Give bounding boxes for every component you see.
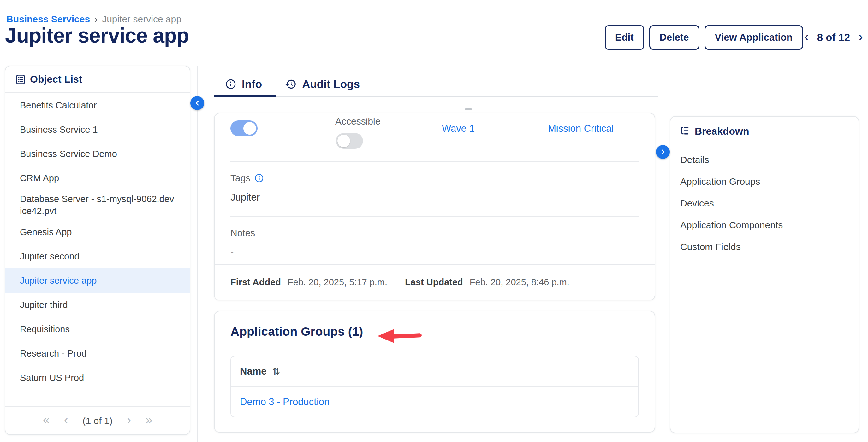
list-item[interactable]: Research - Prod bbox=[5, 341, 190, 365]
application-groups-card: Application Groups (1) Name ⇅ Demo 3 - P… bbox=[214, 311, 655, 433]
list-item[interactable]: Business Service 1 bbox=[5, 117, 190, 141]
pager-next-icon[interactable]: › bbox=[858, 30, 863, 45]
table-row: Demo 3 - Production bbox=[231, 387, 638, 417]
pagination-label: (1 of 1) bbox=[82, 415, 112, 426]
list-item-selected[interactable]: Jupiter service app bbox=[5, 268, 190, 293]
mission-critical-link[interactable]: Mission Critical bbox=[548, 123, 614, 134]
toggle-knob bbox=[243, 122, 256, 135]
view-application-button[interactable]: View Application bbox=[705, 25, 803, 50]
application-groups-table: Name ⇅ Demo 3 - Production bbox=[230, 355, 639, 417]
last-updated-value: Feb. 20, 2025, 8:46 p.m. bbox=[470, 277, 569, 287]
info-icon bbox=[225, 78, 237, 90]
list-item[interactable]: Business Service Demo bbox=[5, 141, 190, 166]
first-added-label: First Added bbox=[230, 277, 281, 287]
list-item[interactable]: Jupiter third bbox=[5, 293, 190, 317]
breakdown-header: Breakdown bbox=[671, 117, 859, 146]
column-name-header: Name bbox=[240, 366, 267, 377]
history-icon bbox=[285, 78, 297, 90]
accessible-label: Accessible bbox=[335, 116, 380, 127]
table-header: Name ⇅ bbox=[231, 356, 638, 387]
accessible-toggle[interactable] bbox=[336, 133, 363, 149]
edit-button[interactable]: Edit bbox=[605, 25, 644, 50]
tab-info-label: Info bbox=[242, 78, 262, 91]
object-list: Benefits Calculator Business Service 1 B… bbox=[5, 93, 190, 390]
notes-label: Notes bbox=[230, 228, 255, 238]
wave-link[interactable]: Wave 1 bbox=[442, 123, 475, 134]
expand-breakdown-button[interactable] bbox=[656, 145, 670, 159]
notes-section: Notes - bbox=[215, 217, 655, 265]
object-list-header: Object List bbox=[5, 66, 190, 93]
list-item[interactable]: CRM App bbox=[5, 166, 190, 190]
breakdown-item-custom-fields[interactable]: Custom Fields bbox=[671, 236, 859, 258]
annotation-arrow-icon bbox=[377, 329, 422, 343]
details-card: Accessible Wave 1 Mission Critical Tags … bbox=[214, 113, 655, 301]
breakdown-item-application-components[interactable]: Application Components bbox=[671, 214, 859, 236]
details-field-row: Accessible Wave 1 Mission Critical bbox=[215, 113, 655, 161]
list-item[interactable]: Database Server - s1-mysql-9062.device42… bbox=[5, 190, 190, 220]
pager-label: 8 of 12 bbox=[817, 32, 850, 43]
list-item[interactable]: Jupiter second bbox=[5, 244, 190, 268]
breakdown-item-application-groups[interactable]: Application Groups bbox=[671, 171, 859, 192]
tags-section: Tags Jupiter bbox=[215, 162, 655, 216]
clipped-label-sliver bbox=[465, 108, 472, 110]
notes-value: - bbox=[230, 246, 639, 258]
collapse-sidebar-button[interactable] bbox=[190, 96, 204, 110]
list-item[interactable]: Requisitions bbox=[5, 317, 190, 341]
breakdown-title: Breakdown bbox=[695, 126, 749, 137]
tree-list-icon bbox=[680, 126, 690, 136]
sort-icon[interactable]: ⇅ bbox=[272, 366, 280, 377]
breadcrumb-current: Jupiter service app bbox=[102, 14, 182, 25]
object-list-pagination: « ‹ (1 of 1) › » bbox=[5, 406, 190, 435]
list-item[interactable]: Genesis App bbox=[5, 220, 190, 244]
toggle-knob bbox=[337, 135, 350, 147]
last-updated-label: Last Updated bbox=[405, 277, 463, 287]
tab-underline bbox=[214, 96, 658, 97]
toggle-on[interactable] bbox=[230, 121, 257, 136]
tab-info[interactable]: Info bbox=[214, 72, 273, 96]
tags-info-icon[interactable] bbox=[254, 173, 264, 183]
sidebar-divider bbox=[197, 66, 197, 442]
tab-audit-logs[interactable]: Audit Logs bbox=[273, 72, 371, 96]
pagination-first-icon[interactable]: « bbox=[43, 414, 50, 428]
object-list-title: Object List bbox=[30, 73, 82, 85]
breakdown-panel: Breakdown Details Application Groups Dev… bbox=[670, 116, 859, 433]
chevron-left-icon bbox=[193, 99, 201, 107]
pager-prev-icon[interactable]: ‹ bbox=[804, 30, 809, 45]
page-title: Jupiter service app bbox=[5, 23, 189, 47]
record-pager: ‹ 8 of 12 › bbox=[804, 25, 863, 50]
pagination-next-icon[interactable]: › bbox=[127, 414, 131, 428]
chevron-right-icon bbox=[659, 148, 666, 156]
list-item[interactable]: Benefits Calculator bbox=[5, 93, 190, 117]
delete-button[interactable]: Delete bbox=[649, 25, 700, 50]
pagination-last-icon[interactable]: » bbox=[146, 414, 152, 428]
application-group-link[interactable]: Demo 3 - Production bbox=[240, 396, 330, 408]
first-added-value: Feb. 20, 2025, 5:17 p.m. bbox=[287, 277, 387, 287]
application-groups-title: Application Groups (1) bbox=[230, 325, 363, 339]
tab-audit-logs-label: Audit Logs bbox=[302, 78, 360, 91]
record-meta-footer: First Added Feb. 20, 2025, 5:17 p.m. Las… bbox=[215, 264, 655, 300]
breakdown-item-devices[interactable]: Devices bbox=[671, 192, 859, 214]
breakdown-divider bbox=[663, 66, 663, 442]
tab-bar: Info Audit Logs bbox=[214, 72, 658, 97]
header-actions: Edit Delete View Application bbox=[605, 25, 803, 50]
breadcrumb: Business Services › Jupiter service app bbox=[6, 14, 182, 25]
pagination-prev-icon[interactable]: ‹ bbox=[64, 414, 68, 428]
breadcrumb-link-business-services[interactable]: Business Services bbox=[6, 14, 90, 25]
breadcrumb-separator: › bbox=[94, 14, 97, 25]
tags-value: Jupiter bbox=[230, 192, 639, 203]
breakdown-item-details[interactable]: Details bbox=[671, 149, 859, 171]
breakdown-list: Details Application Groups Devices Appli… bbox=[671, 146, 859, 258]
active-tab-indicator bbox=[214, 95, 276, 97]
list-icon bbox=[16, 74, 25, 84]
object-list-panel: Object List Benefits Calculator Business… bbox=[5, 66, 190, 435]
tags-label: Tags bbox=[230, 173, 250, 183]
list-item[interactable]: Saturn US Prod bbox=[5, 365, 190, 390]
